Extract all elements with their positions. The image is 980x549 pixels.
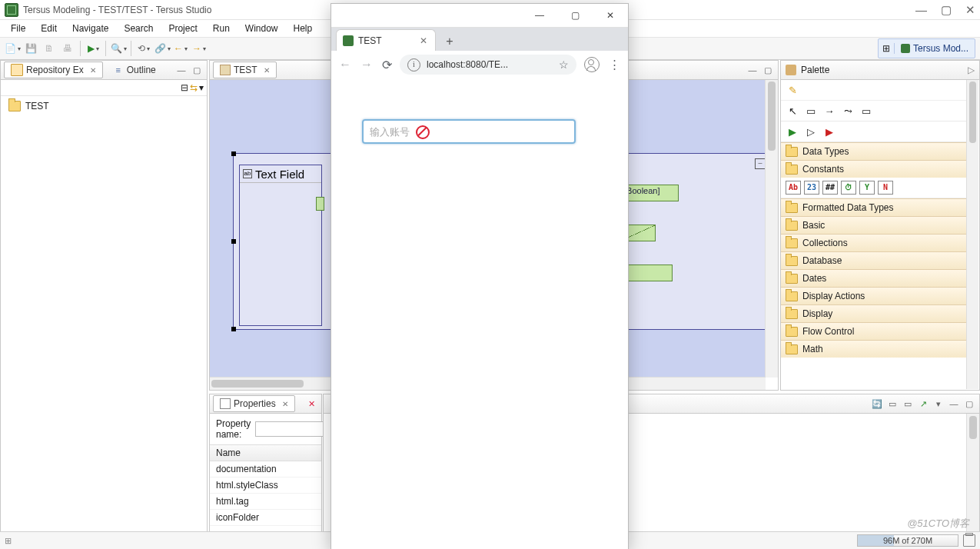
drawer-database[interactable]: Database (781, 251, 967, 269)
editor-min-icon[interactable]: — (746, 63, 759, 77)
properties-tab[interactable]: Properties ✕ (213, 395, 295, 412)
editor-vscrollbar[interactable] (765, 80, 778, 378)
const-hash-icon[interactable]: ## (822, 181, 838, 195)
note-tool-icon[interactable]: ▭ (859, 104, 873, 118)
prop-row[interactable]: html.tag (210, 494, 321, 510)
nav-history-button[interactable]: ⟲ (136, 41, 151, 56)
prop-row[interactable]: iconFolder (210, 510, 321, 526)
collapse-all-icon[interactable]: ⊟ (181, 82, 188, 93)
site-info-icon[interactable]: i (407, 58, 420, 72)
properties-icon (220, 398, 231, 409)
close-tab-icon[interactable]: ✕ (90, 66, 96, 75)
address-bar[interactable]: i localhost:8080/TE... ☆ (400, 55, 576, 75)
arrow-tool-icon[interactable]: → (822, 104, 836, 118)
play-red-icon[interactable]: ▶ (822, 125, 836, 138)
gc-trash-icon[interactable] (963, 534, 975, 547)
maximize-icon[interactable]: ▢ (941, 3, 952, 17)
drawer-basic[interactable]: Basic (781, 216, 967, 234)
const-yes-icon[interactable]: Y (859, 181, 875, 195)
ext-tools-button[interactable]: 🔍 (111, 41, 126, 56)
play-green-icon[interactable]: ▶ (786, 125, 799, 138)
minimize-icon[interactable]: — (915, 3, 927, 17)
perspective-label[interactable]: Tersus Mod... (895, 43, 975, 54)
dashed-arrow-tool-icon[interactable]: ⤳ (841, 104, 855, 118)
step-icon[interactable]: ▷ (804, 125, 818, 138)
menu-help[interactable]: Help (287, 22, 319, 35)
pin-icon: ab (243, 169, 252, 178)
menu-edit[interactable]: Edit (35, 22, 63, 35)
drawer-dates[interactable]: Dates (781, 269, 967, 287)
browser-titlebar[interactable]: — ▢ ✕ (331, 4, 628, 28)
constants-tool-row: Ab 23 ## ⏱ Y N (781, 178, 967, 198)
const-time-icon[interactable]: ⏱ (841, 181, 856, 195)
palette-icon (786, 65, 796, 75)
drawer-formatted[interactable]: Formatted Data Types (781, 198, 967, 216)
drawer-math[interactable]: Math (781, 340, 967, 358)
prop-row[interactable]: documentation (210, 461, 321, 477)
drawer-constants[interactable]: Constants (781, 160, 967, 178)
props-col-header[interactable]: Name (210, 445, 321, 461)
select-tool-icon[interactable]: ↖ (786, 104, 799, 118)
close-icon[interactable]: ✕ (965, 3, 975, 17)
browser-menu-icon[interactable]: ⋮ (609, 58, 620, 72)
marquee-tool-icon[interactable]: ▭ (804, 104, 818, 118)
text-field-element[interactable]: ab Text Field (239, 165, 322, 326)
run-button[interactable]: ▶ (85, 41, 101, 56)
const-no-icon[interactable]: N (878, 181, 893, 195)
browser-max-icon[interactable]: ▢ (557, 4, 593, 27)
link-button[interactable]: 🔗 (154, 41, 170, 56)
port-marker[interactable] (316, 197, 324, 211)
palette-collapse-icon[interactable]: ▷ (968, 65, 975, 75)
reset-icon[interactable]: ✕ (304, 397, 318, 411)
const-text-icon[interactable]: Ab (786, 181, 801, 195)
palette-vscrollbar[interactable] (966, 80, 978, 389)
repository-explorer-tab[interactable]: Repository Ex ✕ (4, 62, 103, 78)
menu-file[interactable]: File (5, 22, 32, 35)
test-page-textfield[interactable] (362, 119, 576, 144)
menu-search[interactable]: Search (118, 22, 159, 35)
drawer-display-actions[interactable]: Display Actions (781, 287, 967, 304)
menu-project[interactable]: Project (162, 22, 203, 35)
properties-view: Properties ✕ ✕ Property name: Name docum… (209, 394, 322, 532)
editor-max-icon[interactable]: ▢ (761, 63, 775, 77)
brush-tool-icon[interactable]: ✎ (786, 83, 799, 97)
menu-navigate[interactable]: Navigate (66, 22, 115, 35)
menu-window[interactable]: Window (239, 22, 284, 35)
nav-forward-icon[interactable]: → (360, 58, 373, 72)
drawer-collections[interactable]: Collections (781, 234, 967, 251)
view-menu-icon[interactable]: ▾ (199, 82, 204, 93)
drawer-display[interactable]: Display (781, 304, 967, 322)
outline-tab[interactable]: ≡ Outline (106, 62, 163, 78)
new-button[interactable]: 📄 (5, 41, 20, 56)
bookmark-star-icon[interactable]: ☆ (559, 58, 569, 71)
tree-item-test[interactable]: TEST (8, 101, 199, 111)
close-editor-icon[interactable]: ✕ (264, 66, 270, 75)
link-editor-icon[interactable]: ⇆ (190, 82, 198, 93)
memory-indicator[interactable]: 96M of 270M (857, 534, 958, 547)
repo-tree[interactable]: TEST (1, 96, 207, 116)
nav-back-icon[interactable]: ← (339, 58, 351, 72)
box-close-icon[interactable]: – (755, 158, 766, 169)
drawer-data-types[interactable]: Data Types (781, 142, 967, 160)
boolean-node[interactable]: [Boolean] (620, 185, 679, 201)
editor-tab-test[interactable]: TEST ✕ (213, 62, 277, 78)
close-properties-icon[interactable]: ✕ (282, 400, 288, 408)
view-max-icon[interactable]: ▢ (190, 63, 204, 77)
const-number-icon[interactable]: 23 (804, 181, 819, 195)
browser-tab[interactable]: TEST ✕ (336, 29, 436, 51)
open-perspective-button[interactable]: ⊞ (879, 43, 895, 54)
browser-close-icon[interactable]: ✕ (593, 4, 628, 27)
browser-min-icon[interactable]: — (522, 4, 557, 27)
close-tab-icon[interactable]: ✕ (420, 35, 427, 46)
account-input[interactable] (364, 126, 574, 138)
back-button[interactable]: ← (173, 41, 188, 56)
new-tab-button[interactable]: + (440, 32, 459, 51)
forward-button[interactable]: → (191, 41, 207, 56)
nav-reload-icon[interactable]: ⟳ (382, 58, 392, 72)
view-min-icon[interactable]: — (174, 63, 188, 77)
status-left-icon[interactable]: ⊞ (5, 536, 12, 546)
drawer-flow-control[interactable]: Flow Control (781, 322, 967, 340)
profile-avatar-icon[interactable] (584, 57, 600, 72)
menu-run[interactable]: Run (207, 22, 236, 35)
prop-row[interactable]: html.styleClass (210, 477, 321, 494)
